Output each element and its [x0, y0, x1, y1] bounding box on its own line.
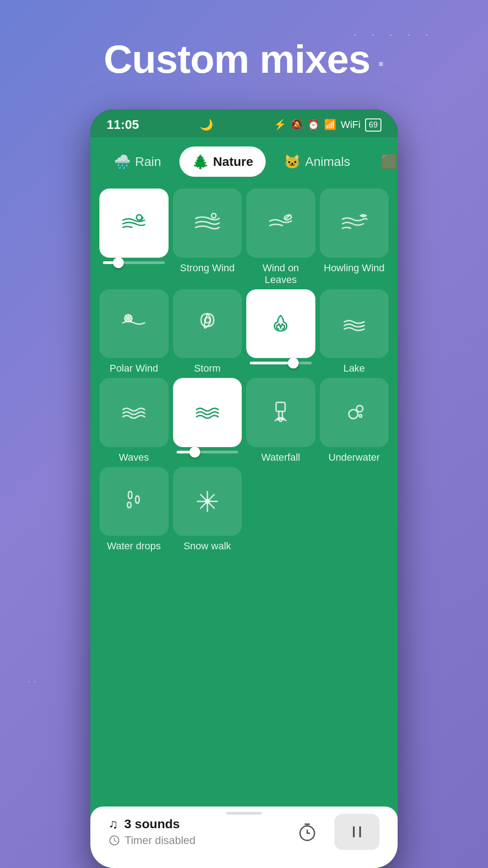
lake-card[interactable]: [320, 289, 389, 359]
sound-grid: Strong Wind Wind on Leaves: [90, 181, 398, 807]
rain-tab-label: Rain: [135, 155, 161, 169]
bottom-player: ♫ 3 sounds Timer disabled: [90, 807, 398, 868]
nature-tab-icon: 🌲: [192, 154, 209, 170]
storm-card[interactable]: [173, 289, 242, 359]
waterfall-label: Waterfall: [261, 452, 300, 463]
tab-animals[interactable]: 🐱 Animals: [271, 146, 363, 177]
campfire-slider[interactable]: [250, 362, 312, 364]
player-info: ♫ 3 sounds Timer disabled: [108, 817, 196, 847]
water-drops-label: Water drops: [107, 540, 161, 552]
campfire-card[interactable]: [246, 289, 315, 359]
page-title: Custom mixes: [104, 36, 385, 82]
ocean-waves-slider[interactable]: [177, 451, 239, 453]
animals-tab-icon: 🐱: [284, 154, 300, 170]
sound-row-1: Polar Wind Storm: [99, 289, 389, 375]
strong-wind-card[interactable]: [173, 189, 242, 258]
svg-point-7: [357, 406, 363, 412]
sound-cell-storm: Storm: [173, 289, 242, 375]
wind-slider-container[interactable]: [99, 261, 169, 264]
phone-frame: 11:05 🌙 ⚡ 🔕 ⏰ 📶 WiFi 69 🌧️ Rain 🌲 Nature…: [90, 109, 398, 868]
snow-walk-label: Snow walk: [183, 540, 231, 552]
sound-cell-campfire: [246, 289, 315, 375]
sound-cell-snow-walk: Snow walk: [173, 467, 242, 552]
strong-wind-label: Strong Wind: [180, 262, 235, 274]
app-content: 🌧️ Rain 🌲 Nature 🐱 Animals 🟫 R: [90, 137, 398, 868]
svg-point-1: [211, 213, 216, 218]
tab-r[interactable]: 🟫 R: [368, 146, 398, 177]
wifi-icon: WiFi: [341, 119, 361, 131]
rain-tab-icon: 🌧️: [114, 154, 131, 170]
moon-icon: 🌙: [200, 118, 213, 131]
sound-cell-polar-wind: Polar Wind: [99, 289, 169, 375]
player-controls: [289, 814, 380, 850]
sound-cell-underwater: Underwater: [320, 378, 389, 463]
stopwatch-icon: [296, 821, 319, 843]
silent-icon: 🔕: [291, 119, 303, 131]
waterfall-card[interactable]: [246, 378, 315, 447]
empty-cell-2: [320, 467, 389, 552]
underwater-label: Underwater: [328, 452, 380, 463]
sound-cell-ocean-waves: [173, 378, 242, 463]
waves-label: Waves: [119, 452, 149, 463]
howling-wind-label: Howling Wind: [324, 262, 385, 274]
ocean-waves-slider-container[interactable]: [173, 451, 242, 453]
status-time: 11:05: [107, 118, 139, 132]
timer-button[interactable]: [289, 814, 325, 850]
polar-wind-card[interactable]: [99, 289, 169, 359]
player-handle: [226, 812, 262, 815]
sounds-count-label: 3 sounds: [124, 817, 180, 831]
tab-rain[interactable]: 🌧️ Rain: [101, 146, 174, 177]
storm-label: Storm: [194, 363, 221, 374]
waves-card[interactable]: [99, 378, 169, 447]
svg-point-8: [359, 415, 362, 417]
howling-wind-card[interactable]: [320, 189, 389, 258]
timer-disabled-icon: [108, 835, 120, 846]
tab-nature[interactable]: 🌲 Nature: [179, 146, 266, 177]
sound-row-0: Strong Wind Wind on Leaves: [99, 189, 389, 286]
wind-slider[interactable]: [103, 261, 165, 264]
category-tabs: 🌧️ Rain 🌲 Nature 🐱 Animals 🟫 R: [90, 137, 398, 181]
sound-cell-howling-wind: Howling Wind: [320, 189, 389, 286]
signal-icon: 📶: [324, 119, 336, 131]
sound-cell-strong-wind: Strong Wind: [173, 189, 242, 286]
sound-row-2: Waves: [99, 378, 389, 463]
battery-icon: 69: [365, 118, 381, 132]
underwater-card[interactable]: [320, 378, 389, 447]
sound-cell-wind-on-leaves: Wind on Leaves: [246, 189, 315, 286]
sound-cell-lake: Lake: [320, 289, 389, 375]
wind-card[interactable]: [99, 189, 169, 258]
lake-label: Lake: [343, 363, 365, 374]
sound-cell-water-drops: Water drops: [99, 467, 169, 552]
snow-walk-card[interactable]: [173, 467, 242, 536]
nature-tab-label: Nature: [213, 155, 253, 169]
sound-cell-waves: Waves: [99, 378, 169, 463]
timer-label: Timer disabled: [125, 834, 196, 847]
svg-line-16: [114, 840, 116, 842]
polar-wind-label: Polar Wind: [109, 363, 158, 374]
sound-cell-wind: [99, 189, 169, 286]
pause-button[interactable]: [334, 814, 380, 850]
water-drops-card[interactable]: [99, 467, 169, 536]
svg-rect-5: [276, 402, 285, 411]
sound-cell-waterfall: Waterfall: [246, 378, 315, 463]
pause-icon: [348, 823, 366, 841]
campfire-slider-container[interactable]: [246, 362, 315, 364]
player-timer-row: Timer disabled: [108, 834, 196, 847]
wind-on-leaves-card[interactable]: [246, 189, 315, 258]
animals-tab-label: Animals: [305, 155, 350, 169]
r-tab-icon: 🟫: [381, 154, 398, 170]
sound-row-3: Water drops Snow walk: [99, 467, 389, 552]
empty-cell-1: [246, 467, 315, 552]
status-icons: ⚡ 🔕 ⏰ 📶 WiFi 69: [274, 118, 381, 132]
wind-on-leaves-label: Wind on Leaves: [246, 262, 315, 286]
player-sounds-row: ♫ 3 sounds: [108, 817, 196, 831]
bluetooth-icon: ⚡: [274, 119, 286, 131]
alarm-icon: ⏰: [307, 119, 319, 131]
ocean-waves-card[interactable]: [173, 378, 242, 447]
status-bar: 11:05 🌙 ⚡ 🔕 ⏰ 📶 WiFi 69: [90, 109, 398, 137]
music-note-icon: ♫: [108, 817, 118, 831]
svg-point-6: [349, 410, 358, 419]
